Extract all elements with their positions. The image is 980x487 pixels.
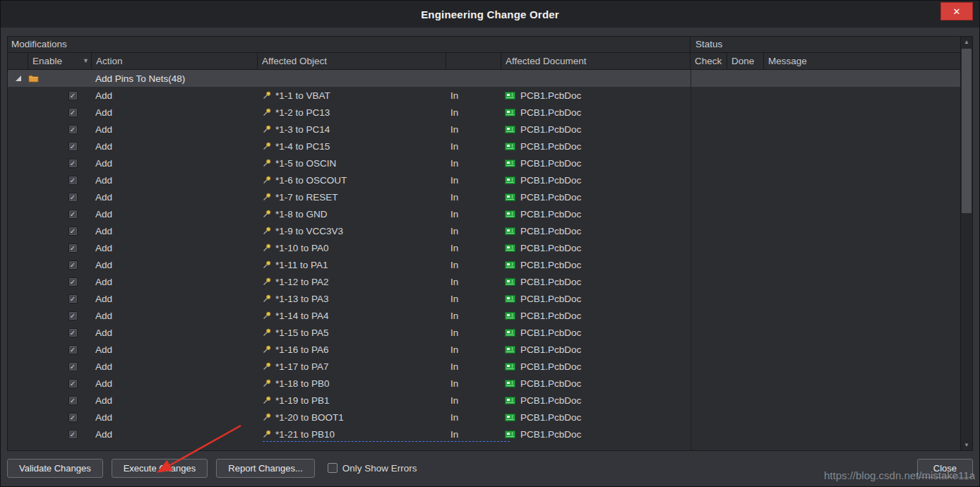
row-enable-checkbox[interactable]: ✓ (68, 227, 78, 236)
action-label: Add (95, 192, 112, 203)
execute-changes-button[interactable]: Execute Changes (112, 459, 208, 478)
action-label: Add (95, 209, 112, 220)
scroll-up-icon[interactable]: ▲ (961, 37, 972, 47)
scope-label: In (450, 124, 458, 135)
table-row[interactable]: ✓ Add *1-14 to PA4 In PCB1.Pcb (8, 307, 960, 324)
table-row[interactable]: ✓ Add *1-19 to PB1 In PCB1.Pcb (8, 392, 960, 409)
table-row[interactable]: ✓ Add *1-5 to OSCIN In PCB1.Pc (8, 155, 960, 172)
col-message[interactable]: Message (764, 53, 960, 69)
section-status[interactable]: Status (691, 37, 960, 52)
table-row[interactable]: ✓ Add *1-21 to PB10 In PCB1.Pc (8, 426, 960, 443)
pin-icon (263, 91, 271, 100)
row-enable-checkbox[interactable]: ✓ (68, 345, 78, 354)
group-row[interactable]: Add Pins To Nets(48) (8, 70, 960, 87)
row-enable-checkbox[interactable]: ✓ (68, 430, 78, 439)
row-enable-checkbox[interactable]: ✓ (68, 159, 78, 168)
message-cell (764, 121, 960, 138)
done-cell (727, 222, 764, 239)
scroll-thumb[interactable] (962, 49, 972, 213)
table-row[interactable]: ✓ Add *1-13 to PA3 In PCB1.Pcb (8, 290, 960, 307)
affected-object-label: *1-11 to PA1 (275, 260, 328, 270)
message-cell (764, 188, 960, 205)
scope-label: In (450, 260, 458, 270)
titlebar[interactable]: Engineering Change Order ✕ (1, 1, 979, 28)
row-enable-checkbox[interactable]: ✓ (68, 142, 78, 151)
table-row[interactable]: ✓ Add *1-16 to PA6 In PCB1.Pcb (8, 341, 960, 358)
action-label: Add (95, 124, 112, 135)
affected-document-label: PCB1.PcbDoc (520, 327, 581, 338)
table-row[interactable]: ✓ Add *1-18 to PB0 In PCB1.Pcb (8, 375, 960, 392)
col-affected-document[interactable]: Affected Document (501, 53, 691, 69)
row-enable-checkbox[interactable]: ✓ (68, 362, 78, 371)
col-enable[interactable]: Enable ▼ (28, 53, 92, 69)
row-enable-checkbox[interactable]: ✓ (68, 328, 78, 337)
row-enable-checkbox[interactable]: ✓ (68, 413, 78, 422)
report-changes-button[interactable]: Report Changes... (216, 459, 315, 478)
row-enable-checkbox[interactable]: ✓ (68, 396, 78, 405)
table-row[interactable]: ✓ Add *1-6 to OSCOUT In PCB1.P (8, 172, 960, 188)
row-enable-checkbox[interactable]: ✓ (68, 244, 78, 253)
row-enable-checkbox[interactable]: ✓ (68, 294, 78, 303)
action-label: Add (95, 395, 112, 406)
close-dialog-button[interactable]: Close (917, 459, 973, 478)
validate-changes-button[interactable]: Validate Changes (7, 459, 103, 478)
affected-document-label: PCB1.PcbDoc (520, 226, 581, 236)
row-enable-checkbox[interactable]: ✓ (68, 311, 78, 320)
table-row[interactable]: ✓ Add *1-1 to VBAT In PCB1.Pcb (8, 87, 960, 104)
check-cell (691, 188, 727, 205)
action-label: Add (95, 429, 112, 440)
table-body: Add Pins To Nets(48) ✓ Add *1-1 to VBAT … (8, 70, 960, 450)
table-row[interactable]: ✓ Add *1-11 to PA1 In PCB1.Pcb (8, 256, 960, 273)
affected-object-label: *1-2 to PC13 (275, 107, 330, 118)
table-row[interactable]: ✓ Add *1-4 to PC15 In PCB1.Pcb (8, 138, 960, 155)
scroll-down-icon[interactable]: ▼ (961, 440, 972, 450)
table-row[interactable]: ✓ Add *1-15 to PA5 In PCB1.Pcb (8, 324, 960, 341)
row-enable-checkbox[interactable]: ✓ (68, 176, 78, 185)
insertion-indicator (263, 441, 510, 442)
only-show-errors-toggle[interactable]: Only Show Errors (328, 463, 417, 474)
affected-document-label: PCB1.PcbDoc (520, 107, 581, 118)
row-enable-checkbox[interactable]: ✓ (68, 379, 78, 388)
row-enable-checkbox[interactable]: ✓ (68, 277, 78, 287)
col-action[interactable]: Action (92, 53, 258, 69)
col-done[interactable]: Done (727, 53, 764, 69)
pin-icon (263, 345, 271, 354)
row-enable-checkbox[interactable]: ✓ (68, 108, 78, 117)
done-cell (727, 121, 764, 138)
message-cell (764, 358, 960, 375)
row-enable-checkbox[interactable]: ✓ (68, 260, 78, 270)
row-enable-checkbox[interactable]: ✓ (68, 91, 78, 100)
section-modifications[interactable]: Modifications (8, 37, 691, 52)
vertical-scrollbar[interactable]: ▲ ▼ (960, 37, 972, 450)
table-row[interactable]: ✓ Add *1-17 to PA7 In PCB1.Pcb (8, 358, 960, 375)
table-row[interactable]: ✓ Add *1-12 to PA2 In PCB1.Pcb (8, 273, 960, 290)
table-row[interactable]: ✓ Add *1-2 to PC13 In PCB1.Pcb (8, 104, 960, 121)
expand-triangle-icon[interactable] (16, 76, 21, 81)
table-row[interactable]: ✓ Add *1-8 to GND In PCB1.PcbD (8, 205, 960, 222)
enable-filter-icon[interactable]: ▼ (83, 53, 89, 69)
check-cell (691, 273, 727, 290)
table-row[interactable]: ✓ Add *1-20 to BOOT1 In PCB1.P (8, 409, 960, 426)
pcbdoc-icon (505, 210, 515, 219)
table-row[interactable]: ✓ Add *1-3 to PC14 In PCB1.Pcb (8, 121, 960, 138)
col-blank[interactable] (446, 53, 501, 69)
done-cell (727, 155, 764, 172)
col-affected-object[interactable]: Affected Object (258, 53, 446, 69)
message-cell (764, 426, 960, 443)
col-check[interactable]: Check (691, 53, 727, 69)
message-cell (764, 341, 960, 358)
row-enable-checkbox[interactable]: ✓ (68, 193, 78, 202)
done-cell (727, 392, 764, 409)
done-cell (727, 341, 764, 358)
table-row[interactable]: ✓ Add *1-9 to VCC3V3 In PCB1.P (8, 222, 960, 239)
check-cell (691, 324, 727, 341)
table-row[interactable]: ✓ Add *1-7 to RESET In PCB1.Pc (8, 188, 960, 205)
only-show-errors-checkbox[interactable] (328, 463, 337, 473)
affected-object-label: *1-14 to PA4 (275, 311, 329, 321)
folder-icon (28, 74, 39, 83)
table-row[interactable]: ✓ Add *1-10 to PA0 In PCB1.Pcb (8, 239, 960, 256)
message-cell (764, 273, 960, 290)
row-enable-checkbox[interactable]: ✓ (68, 210, 78, 219)
row-enable-checkbox[interactable]: ✓ (68, 125, 78, 134)
close-button[interactable]: ✕ (940, 2, 973, 20)
